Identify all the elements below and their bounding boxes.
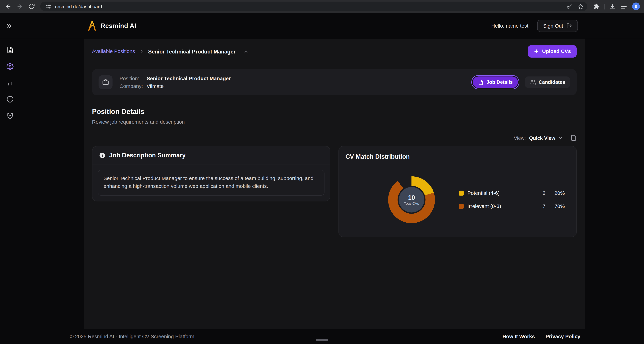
sidebar-item-info[interactable]: [2, 91, 18, 107]
job-summary-header: Job Description Summary: [92, 146, 330, 164]
downloads-icon[interactable]: [606, 1, 618, 12]
app-title: Resmind AI: [101, 22, 136, 30]
sidebar-item-positions[interactable]: [2, 42, 18, 58]
bar-chart-icon: [6, 79, 13, 86]
resmind-logo-icon: [88, 21, 96, 31]
profile-avatar[interactable]: S: [632, 3, 640, 10]
position-value: Senior Technical Product Manager: [147, 75, 231, 81]
legend-label: Potential (4-6): [468, 190, 534, 196]
company-label: Company:: [120, 83, 144, 89]
collapse-section-button[interactable]: [243, 49, 249, 54]
breadcrumb-current: Senior Technical Product Manager: [148, 48, 236, 55]
job-summary-text-box: Senior Technical Product Manager to ensu…: [98, 170, 324, 196]
shield-icon: [6, 112, 13, 119]
legend-percent: 70%: [549, 204, 565, 209]
bookmark-star-icon[interactable]: [576, 2, 586, 10]
legend-count: 2: [538, 190, 545, 196]
users-icon: [530, 79, 536, 85]
total-cvs-label: Total CVs: [404, 202, 419, 206]
position-card: Position: Senior Technical Product Manag…: [92, 69, 577, 95]
page-title: Position Details: [92, 108, 577, 116]
chart-row: 10 Total CVs Potential (4-6) 2 20%: [346, 176, 570, 223]
job-details-button[interactable]: Job Details: [473, 76, 518, 88]
breadcrumb-parent-link[interactable]: Available Positions: [92, 49, 135, 54]
back-button[interactable]: [2, 1, 14, 12]
url-bar[interactable]: resmind.de/dashboard: [40, 2, 587, 11]
privacy-policy-link[interactable]: Privacy Policy: [546, 333, 580, 339]
legend-percent: 20%: [549, 190, 565, 196]
candidates-label: Candidates: [538, 79, 565, 85]
legend-label: Irrelevant (0-3): [468, 204, 534, 209]
password-key-icon[interactable]: [564, 2, 574, 10]
view-mode-select[interactable]: Quick View: [529, 135, 563, 141]
toolbar-divider: [604, 4, 604, 9]
sidebar-item-security[interactable]: [2, 107, 18, 124]
plus-icon: [534, 49, 539, 54]
url-text: resmind.de/dashboard: [55, 4, 564, 9]
toolbar-right-group: S: [590, 1, 642, 12]
chevron-right-icon: [139, 49, 144, 54]
user-greeting: Hello, name test: [491, 23, 528, 29]
sidebar-expand-button[interactable]: [5, 22, 12, 30]
screenshot-root: resmind.de/dashboard S: [0, 0, 644, 344]
candidates-button[interactable]: Candidates: [525, 76, 570, 88]
upload-cvs-button[interactable]: Upload CVs: [528, 45, 577, 57]
app-header: Resmind AI Hello, name test Sign Out: [0, 13, 644, 39]
file-icon: [478, 80, 484, 85]
extensions-icon[interactable]: [590, 1, 602, 12]
scrollbar-thumb[interactable]: [316, 339, 328, 341]
total-cvs-value: 10: [408, 194, 415, 201]
legend-row-irrelevant[interactable]: Irrelevant (0-3) 7 70%: [456, 202, 567, 211]
document-view-icon[interactable]: [570, 135, 577, 141]
position-card-actions: Job Details Candidates: [473, 76, 570, 88]
legend-row-potential[interactable]: Potential (4-6) 2 20%: [456, 189, 567, 198]
job-description-card: Job Description Summary Senior Technical…: [92, 146, 330, 201]
site-settings-icon[interactable]: [44, 4, 52, 9]
avatar-initial: S: [635, 4, 637, 9]
forward-button[interactable]: [14, 1, 26, 12]
view-mode-value: Quick View: [529, 135, 555, 141]
gear-icon: [6, 63, 13, 70]
omnibox-actions: [564, 2, 586, 10]
main-content: Available Positions Senior Technical Pro…: [84, 39, 585, 329]
sidebar-item-analytics[interactable]: [2, 74, 18, 91]
page-footer: © 2025 Resmind AI - Intelligent CV Scree…: [0, 329, 644, 344]
donut-hole: 10 Total CVs: [398, 186, 426, 214]
sign-out-label: Sign Out: [543, 23, 563, 29]
app-brand: Resmind AI: [88, 21, 136, 31]
position-info: Position: Senior Technical Product Manag…: [120, 75, 231, 89]
legend-count: 7: [538, 204, 545, 209]
footer-links: How It Works Privacy Policy: [502, 333, 580, 339]
company-value: Vilmate: [147, 83, 164, 89]
side-panel-icon[interactable]: [618, 1, 630, 12]
page-subtitle: Review job requirements and description: [92, 119, 577, 125]
donut-chart: 10 Total CVs: [388, 176, 435, 223]
copyright-text: © 2025 Resmind AI - Intelligent CV Scree…: [70, 333, 194, 339]
donut-center: 10 Total CVs: [399, 187, 424, 213]
file-text-icon: [6, 46, 13, 53]
web-page: Resmind AI Hello, name test Sign Out: [0, 13, 644, 344]
info-filled-icon: [99, 152, 106, 158]
legend-swatch-potential: [459, 191, 464, 196]
sidebar: [0, 39, 20, 329]
briefcase-icon: [99, 75, 112, 89]
details-cards-row: Job Description Summary Senior Technical…: [92, 146, 577, 237]
chart-legend: Potential (4-6) 2 20% Irrelevant (0-3) 7…: [456, 189, 567, 211]
job-summary-title: Job Description Summary: [109, 152, 186, 159]
view-controls: View: Quick View: [92, 135, 577, 141]
job-summary-text: Senior Technical Product Manager to ensu…: [104, 175, 318, 191]
upload-cvs-label: Upload CVs: [542, 49, 571, 54]
position-label: Position:: [120, 75, 144, 81]
cv-match-card: CV Match Distribution 10 Total CVs: [338, 146, 577, 237]
chevron-down-icon: [558, 135, 563, 140]
how-it-works-link[interactable]: How It Works: [502, 333, 535, 339]
reload-button[interactable]: [26, 1, 37, 12]
breadcrumb: Available Positions Senior Technical Pro…: [92, 48, 249, 55]
header-right: Hello, name test Sign Out: [491, 20, 578, 32]
topbar-row: Available Positions Senior Technical Pro…: [92, 45, 577, 57]
view-label: View:: [514, 135, 526, 141]
sidebar-item-settings[interactable]: [2, 58, 18, 74]
logout-icon: [566, 23, 572, 29]
job-summary-body: Senior Technical Product Manager to ensu…: [92, 164, 330, 201]
sign-out-button[interactable]: Sign Out: [537, 20, 578, 32]
